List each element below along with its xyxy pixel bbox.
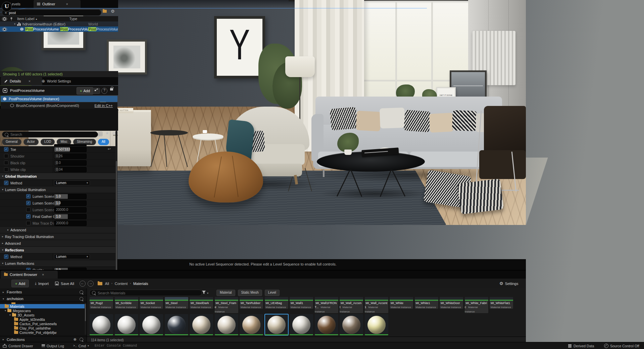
collections-section[interactable]: ▸ Collections ⊕ [0,336,87,343]
forward-icon[interactable]: → [88,281,94,287]
cb-search-input[interactable]: Search Materials [89,290,202,296]
property-slider[interactable]: 1.0 [54,214,87,219]
pin-column-icon[interactable] [10,17,13,21]
material-tile[interactable]: MI_Rug2Material Instance [90,297,113,309]
close-icon[interactable]: × [29,79,31,83]
console-input[interactable]: Enter Console Command [95,342,137,349]
material-sphere-tile[interactable] [115,314,138,335]
chip-material[interactable]: Material [216,290,235,296]
property-checkbox[interactable]: ✓ [26,208,31,212]
section-lumen-global-illumination[interactable]: ▾Lumen Global Illumination [0,186,115,193]
filter-lod[interactable]: LOD [41,139,55,145]
property-checkbox[interactable]: ✓ [4,181,8,185]
material-sphere-tile[interactable] [90,314,113,335]
section-ray-tracing-global-illumination[interactable]: ▸Ray Tracing Global Illumination [0,233,115,240]
property-checkbox[interactable]: ✓ [26,221,31,225]
material-sphere-tile-selected[interactable] [265,314,288,335]
tree-item-materials[interactable]: Materials [0,304,85,308]
material-tile[interactable]: MI_WhiteMaterial Instance [390,297,413,309]
material-tile[interactable]: MI_SocketMaterial Instance [140,297,163,309]
outliner-row-world[interactable]: ▾ hdrversionwithsun (Editor) World [0,21,118,26]
property-dropdown[interactable]: Lumen▾ [54,180,90,185]
property-checkbox[interactable]: ✓ [4,167,8,172]
column-item-label[interactable]: Item Label [17,17,34,21]
tree-item-3d_assets[interactable]: ▾3D_Assets [0,313,85,317]
collapse-icon[interactable]: ▾ [5,309,6,312]
outliner-settings-icon[interactable]: ⚙ [111,9,115,14]
material-sphere-tile[interactable] [290,314,313,335]
material-sphere-tile[interactable] [240,314,263,335]
material-tile[interactable]: MI_Wall1FRONT...Material Instance [315,297,338,313]
breadcrumb-materials[interactable]: Materials [133,282,148,286]
filter-funnel-icon[interactable] [202,290,206,295]
property-checkbox[interactable]: ✓ [26,214,31,219]
section-reflections[interactable]: ▾Reflections [0,247,115,253]
property-slider[interactable]: 0.0 [54,160,87,166]
close-icon[interactable]: × [42,273,44,277]
property-checkbox[interactable]: ✓ [4,161,8,165]
cb-import-button[interactable]: ⤓ Import [35,281,49,286]
breadcrumb-all[interactable]: All [105,282,109,286]
search-icon[interactable] [80,338,83,341]
material-tile[interactable]: MI_TanRubberMaterial Instance [240,297,263,309]
section-advanced[interactable]: ▸Advanced [0,227,115,233]
tree-item-megascans[interactable]: ▾Megascans [0,308,85,313]
material-tile[interactable]: MI_SteelMaterial Instance [165,297,188,309]
filter-general[interactable]: General [2,139,21,145]
cb-add-button[interactable]: + Add [11,280,29,287]
filter-all[interactable]: All [98,139,109,145]
back-icon[interactable]: ← [80,281,86,287]
source-control-button[interactable]: Source Control Off [604,342,639,349]
material-sphere-tile[interactable] [140,314,163,335]
material-tile[interactable]: MI_White1Material Instance [415,297,438,309]
property-checkbox[interactable]: ✓ [26,201,31,205]
close-icon[interactable]: × [66,2,68,6]
chip-level[interactable]: Level [265,290,280,296]
details-search-input[interactable]: Search [2,131,98,137]
outliner-row-postprocessvolume[interactable]: PostProcessVolume PostProcessVolume Post… [0,26,118,32]
material-tile[interactable]: MI_Wall_AccentMaterial Instance [340,297,363,313]
material-tile[interactable]: MI_UE4BagMaterial Instance [265,297,288,309]
property-value[interactable]: 20000.0 [54,221,87,226]
tree-scrollbar[interactable] [85,303,86,335]
derived-data-button[interactable]: Derived Data [568,342,594,349]
property-slider[interactable]: 0.04 [54,167,87,172]
source-root-section[interactable]: ▾ archvision [0,296,87,302]
material-sphere-tile[interactable] [215,314,238,335]
display-options-icon[interactable] [98,132,102,137]
tree-item-cactus_pot_uenkeewfa[interactable]: Cactus_Pot_uenkeewfa [0,322,85,326]
section-lumen-reflections[interactable]: ▾Lumen Reflections [0,260,115,267]
breadcrumb-content[interactable]: Content [115,282,128,286]
material-sphere-tile[interactable] [365,314,388,335]
help-icon[interactable]: ? [101,88,107,94]
material-sphere-tile[interactable] [165,314,188,335]
outliner-search-input[interactable]: × post [2,9,101,16]
tree-item-clay_pot_ueilahthw[interactable]: Clay_Pot_ueilahthw [0,326,85,330]
material-tile[interactable]: MI_White_FabricMaterial Instance [465,297,488,313]
collapse-icon[interactable]: ▾ [9,313,11,316]
cb-settings-button[interactable]: ⚙ Settings [499,281,518,286]
favorites-star-icon[interactable]: ★ [105,131,109,135]
chevron-down-icon[interactable]: ▾ [207,292,208,295]
cmd-dropdown[interactable]: >_ Cmd ▾ [73,342,89,349]
search-icon[interactable] [80,297,83,301]
property-checkbox[interactable]: ✓ [4,154,8,158]
tree-item-concrete_pot_vbljebfjw[interactable]: Concrete_Pot_vbljebfjw [0,330,85,335]
material-tile[interactable]: MI_SteelDarkMaterial Instance [190,297,213,309]
tree-item-apple_td3nedtla[interactable]: Apple_td3nedtla [0,317,85,322]
column-type[interactable]: Type [69,17,77,21]
property-slider[interactable]: 0.507333 [54,147,87,152]
property-slider[interactable]: 1.0 [54,194,87,199]
property-dropdown[interactable]: Lumen▾ [54,254,90,259]
new-folder-icon[interactable] [103,9,107,13]
add-collection-icon[interactable]: ⊕ [73,337,77,342]
open-blueprint-icon[interactable] [93,88,100,94]
material-sphere-tile[interactable] [340,314,363,335]
material-tile[interactable]: MI_Steel_FrameMaterial Instance [215,297,238,313]
material-sphere-tile[interactable] [315,314,338,335]
material-tile[interactable]: MI_Wall1Material Instance [290,297,313,309]
search-icon[interactable] [80,290,83,294]
material-tile[interactable]: MI_WhiteFlat1Material Instance [490,297,513,309]
tab-world-settings[interactable]: ⊕ World Settings [38,77,74,85]
section-global-illumination[interactable]: ▾Global Illumination [0,173,115,180]
